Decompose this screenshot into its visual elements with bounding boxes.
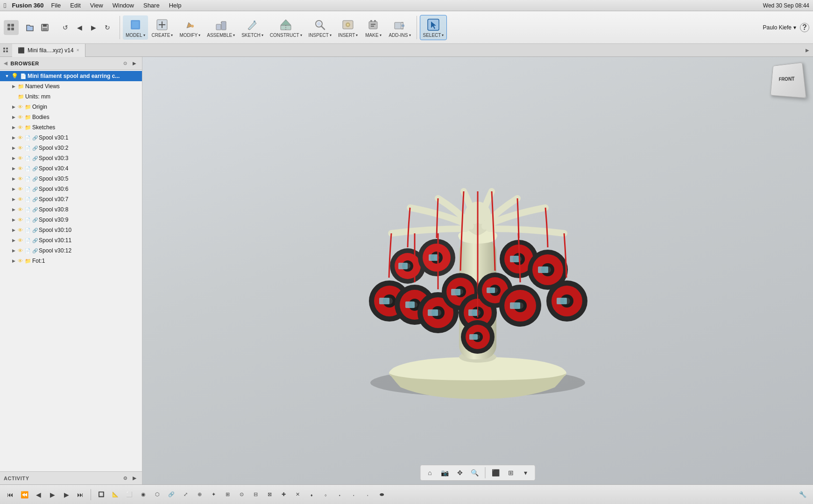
sketches-eye-icon[interactable]: 👁	[18, 125, 23, 130]
bodies-eye-icon[interactable]: 👁	[18, 114, 23, 120]
menu-share[interactable]: Share	[141, 2, 162, 9]
timeline-btn2[interactable]: 📐	[109, 488, 122, 501]
bottom-right-btn1[interactable]: 🔧	[796, 488, 809, 501]
apple-menu[interactable]: 	[4, 1, 6, 9]
menu-edit[interactable]: Edit	[68, 2, 82, 9]
spool9-eye-icon[interactable]: 👁	[18, 217, 23, 223]
timeline-btn17[interactable]: ⬨	[319, 488, 332, 501]
tree-spool1[interactable]: ▶ 👁 📄 🔗 Spool v30:1	[0, 133, 142, 143]
spool6-eye-icon[interactable]: 👁	[18, 186, 23, 192]
toolbar-assemble[interactable]: ASSEMBLE▾	[204, 15, 238, 40]
timeline-btn18[interactable]: ⬩	[333, 488, 346, 501]
vp-display-btn[interactable]: ⬛	[489, 466, 502, 479]
spool5-eye-icon[interactable]: 👁	[18, 176, 23, 182]
toolbar-sketch[interactable]: SKETCH▾	[239, 15, 266, 40]
spool6-expand[interactable]: ▶	[10, 186, 17, 192]
spool11-eye-icon[interactable]: 👁	[18, 238, 23, 243]
sketches-expand[interactable]: ▶	[10, 124, 17, 131]
toolbar-construct[interactable]: CONSTRUCT▾	[267, 15, 305, 40]
timeline-btn11[interactable]: ⊙	[235, 488, 248, 501]
tree-spool8[interactable]: ▶ 👁 📄 🔗 Spool v30:8	[0, 204, 142, 215]
timeline-btn8[interactable]: ⊕	[193, 488, 206, 501]
tree-spool2[interactable]: ▶ 👁 📄 🔗 Spool v30:2	[0, 143, 142, 153]
spool2-eye-icon[interactable]: 👁	[18, 145, 23, 151]
tree-origin[interactable]: ▶ 👁 📁 Origin	[0, 102, 142, 112]
user-profile[interactable]: Paulo Kiefe ▾	[763, 24, 796, 31]
play-btn[interactable]: ▶	[46, 488, 59, 501]
timeline-btn4[interactable]: ◉	[137, 488, 150, 501]
vp-settings-btn[interactable]: ▾	[519, 466, 532, 479]
help-button[interactable]: ?	[800, 23, 809, 32]
undo-forward[interactable]: ▶	[87, 21, 100, 34]
timeline-btn10[interactable]: ⊞	[221, 488, 234, 501]
spool7-expand[interactable]: ▶	[10, 196, 17, 203]
spool4-eye-icon[interactable]: 👁	[18, 166, 23, 171]
menu-view[interactable]: View	[88, 2, 105, 9]
toolbar-inspect[interactable]: INSPECT▾	[306, 15, 334, 40]
origin-expand[interactable]: ▶	[10, 104, 17, 110]
spool8-eye-icon[interactable]: 👁	[18, 207, 23, 212]
timeline-btn21[interactable]: ⬬	[375, 488, 388, 501]
undo-back[interactable]: ◀	[73, 21, 86, 34]
timeline-btn12[interactable]: ⊟	[249, 488, 262, 501]
viewcube[interactable]: FRONT	[770, 63, 807, 100]
vp-zoom-btn[interactable]: ✥	[453, 466, 467, 479]
toolbar-model[interactable]: MODEL▾	[123, 15, 148, 40]
activity-expand[interactable]: ▶	[131, 475, 138, 482]
apps-button[interactable]	[4, 20, 19, 35]
tree-spool3[interactable]: ▶ 👁 📄 🔗 Spool v30:3	[0, 153, 142, 163]
spool9-expand[interactable]: ▶	[10, 217, 17, 223]
skip-end-btn[interactable]: ⏭	[74, 488, 87, 501]
menu-file[interactable]: File	[49, 2, 63, 9]
save-button[interactable]	[38, 21, 51, 34]
vp-pan-btn[interactable]: 📷	[438, 466, 452, 479]
tabbar-expand[interactable]: ▶	[804, 47, 811, 54]
bodies-expand[interactable]: ▶	[10, 114, 17, 120]
origin-eye-icon[interactable]: 👁	[18, 104, 23, 110]
tree-spool11[interactable]: ▶ 👁 📄 🔗 Spool v30:11	[0, 235, 142, 245]
spool12-eye-icon[interactable]: 👁	[18, 248, 23, 253]
timeline-btn3[interactable]: ⬜	[123, 488, 136, 501]
tree-units[interactable]: 📁 Units: mm	[0, 91, 142, 102]
app-name[interactable]: Fusion 360	[12, 2, 43, 9]
vp-grid-btn[interactable]: ⊞	[504, 466, 517, 479]
tree-spool5[interactable]: ▶ 👁 📄 🔗 Spool v30:5	[0, 174, 142, 184]
open-button[interactable]	[23, 21, 36, 34]
play-back-btn[interactable]: ⏪	[18, 488, 31, 501]
spool3-eye-icon[interactable]: 👁	[18, 155, 23, 161]
spool4-expand[interactable]: ▶	[10, 165, 17, 172]
viewport[interactable]: FRONT ⌂ 📷 ✥ 🔍 ⬛ ⊞ ▾	[142, 57, 813, 484]
tree-fot1[interactable]: ▶ 👁 📁 Fot:1	[0, 256, 142, 266]
tree-sketches[interactable]: ▶ 👁 📁 Sketches	[0, 122, 142, 133]
spool11-expand[interactable]: ▶	[10, 237, 17, 244]
spool1-eye-icon[interactable]: 👁	[18, 135, 23, 140]
spool10-eye-icon[interactable]: 👁	[18, 227, 23, 233]
menu-window[interactable]: Window	[111, 2, 136, 9]
spool7-eye-icon[interactable]: 👁	[18, 196, 23, 202]
toolbar-select[interactable]: SELECT▾	[420, 15, 447, 40]
toolbar-modify[interactable]: MODIFY▾	[177, 15, 203, 40]
timeline-btn20[interactable]: ⬫	[361, 488, 374, 501]
undo-button[interactable]: ↺	[59, 21, 72, 34]
timeline-btn14[interactable]: ✚	[277, 488, 290, 501]
spool12-expand[interactable]: ▶	[10, 247, 17, 254]
tab-close-button[interactable]: ×	[77, 48, 79, 53]
spool5-expand[interactable]: ▶	[10, 175, 17, 182]
redo-button[interactable]: ↻	[101, 21, 114, 34]
timeline-btn19[interactable]: ⬪	[347, 488, 360, 501]
activity-filter[interactable]: ⊙	[121, 475, 129, 482]
spool10-expand[interactable]: ▶	[10, 227, 17, 233]
browser-filter-btn[interactable]: ⊙	[121, 60, 129, 67]
vp-nav-btn1[interactable]: ⌂	[424, 466, 437, 479]
viewcube-face[interactable]: FRONT	[770, 63, 806, 98]
timeline-btn5[interactable]: ⬡	[151, 488, 164, 501]
spool3-expand[interactable]: ▶	[10, 155, 17, 161]
toolbar-insert[interactable]: INSERT▾	[335, 15, 361, 40]
tree-spool10[interactable]: ▶ 👁 📄 🔗 Spool v30:10	[0, 225, 142, 235]
spool1-expand[interactable]: ▶	[10, 134, 17, 141]
browser-expand-btn[interactable]: ▶	[131, 60, 138, 67]
toolbar-create[interactable]: CREATE▾	[149, 15, 176, 40]
play-back-step[interactable]: ◀	[32, 488, 45, 501]
named-views-expand[interactable]: ▶	[10, 83, 17, 90]
tree-root-item[interactable]: ▼ 💡 📄 Mini filament spool and earring c.…	[0, 71, 142, 81]
